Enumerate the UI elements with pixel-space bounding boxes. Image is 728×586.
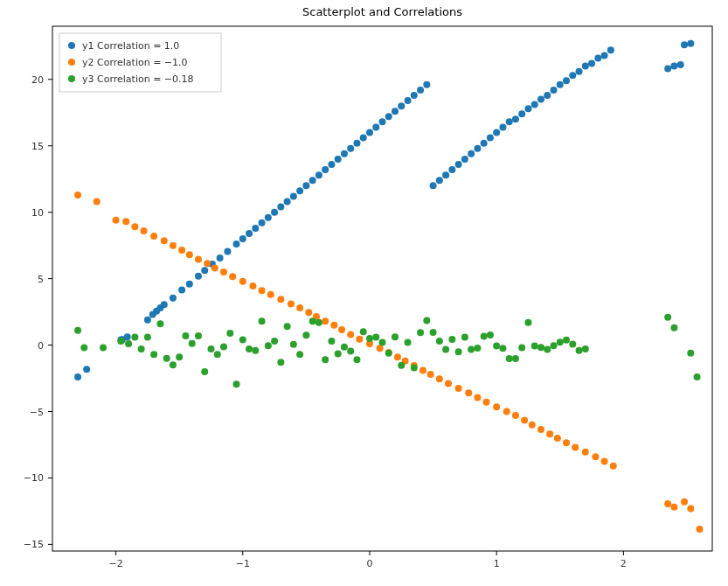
data-point-series0 bbox=[524, 105, 531, 112]
data-point-series2 bbox=[163, 355, 170, 362]
data-point-series1 bbox=[195, 256, 202, 263]
data-point-series0 bbox=[681, 41, 688, 48]
data-point-series2 bbox=[156, 320, 163, 327]
data-point-series0 bbox=[405, 97, 412, 104]
data-point-series0 bbox=[252, 225, 259, 232]
x-tick-label: −2 bbox=[108, 558, 122, 569]
data-point-series1 bbox=[356, 336, 363, 343]
data-point-series0 bbox=[170, 295, 177, 302]
data-point-series0 bbox=[664, 66, 671, 73]
data-point-series1 bbox=[445, 380, 452, 387]
data-point-series0 bbox=[481, 140, 488, 147]
data-point-series0 bbox=[670, 63, 677, 70]
data-point-series0 bbox=[398, 102, 405, 109]
data-point-series1 bbox=[170, 242, 177, 249]
data-point-series2 bbox=[372, 333, 379, 340]
y-tick-label: 10 bbox=[31, 207, 44, 219]
data-point-series2 bbox=[392, 333, 399, 340]
data-point-series1 bbox=[687, 505, 694, 512]
y-tick-label: −5 bbox=[30, 407, 44, 418]
x-tick-label: 1 bbox=[494, 558, 500, 569]
data-point-series0 bbox=[687, 40, 694, 47]
data-point-series0 bbox=[430, 182, 437, 189]
data-point-series0 bbox=[537, 96, 544, 103]
data-point-series1 bbox=[474, 394, 481, 401]
x-tick-label: −1 bbox=[236, 558, 250, 569]
data-point-series0 bbox=[335, 156, 342, 163]
data-point-series0 bbox=[506, 118, 513, 125]
data-point-series0 bbox=[563, 77, 570, 84]
data-point-series2 bbox=[226, 330, 233, 337]
data-point-series0 bbox=[499, 123, 506, 130]
data-point-series2 bbox=[80, 345, 87, 352]
data-point-series2 bbox=[569, 340, 576, 347]
data-point-series2 bbox=[328, 338, 335, 345]
data-point-series0 bbox=[461, 156, 468, 163]
data-point-series1 bbox=[161, 237, 168, 244]
data-point-series0 bbox=[353, 140, 360, 147]
x-tick-label: 2 bbox=[621, 558, 627, 569]
legend-label: y1 Correlation = 1.0 bbox=[82, 40, 179, 52]
data-point-series0 bbox=[442, 171, 449, 178]
data-point-series0 bbox=[551, 87, 558, 94]
data-point-series1 bbox=[239, 278, 246, 285]
data-point-series1 bbox=[74, 192, 81, 199]
y-tick-label: 15 bbox=[31, 141, 44, 152]
data-point-series2 bbox=[290, 341, 297, 348]
plot-border bbox=[52, 26, 712, 551]
data-point-series2 bbox=[664, 314, 671, 321]
data-point-series2 bbox=[201, 368, 208, 375]
data-point-series2 bbox=[557, 338, 564, 345]
data-point-series1 bbox=[546, 430, 553, 437]
data-point-series1 bbox=[204, 260, 211, 267]
data-point-series2 bbox=[398, 362, 405, 369]
data-point-series0 bbox=[607, 46, 614, 53]
data-point-series2 bbox=[411, 364, 418, 371]
data-point-series1 bbox=[267, 291, 274, 298]
data-point-series0 bbox=[302, 182, 309, 189]
data-point-series0 bbox=[569, 72, 576, 79]
data-point-series1 bbox=[537, 426, 544, 433]
data-point-series2 bbox=[246, 345, 253, 352]
data-point-series0 bbox=[74, 373, 81, 380]
data-point-series1 bbox=[670, 504, 677, 511]
data-point-series2 bbox=[220, 343, 227, 350]
data-point-series2 bbox=[309, 317, 316, 324]
data-point-series0 bbox=[217, 255, 224, 262]
data-point-series2 bbox=[379, 339, 386, 346]
data-point-series2 bbox=[493, 342, 500, 349]
x-tick-label: 0 bbox=[366, 558, 372, 569]
data-point-series0 bbox=[161, 301, 168, 308]
data-point-series1 bbox=[288, 300, 295, 307]
data-point-series0 bbox=[341, 150, 348, 157]
data-point-series1 bbox=[493, 403, 500, 410]
data-point-series2 bbox=[296, 351, 303, 358]
data-point-series2 bbox=[385, 350, 392, 357]
data-point-series0 bbox=[322, 166, 329, 173]
data-point-series1 bbox=[394, 353, 401, 360]
data-point-series0 bbox=[178, 287, 185, 294]
data-point-series2 bbox=[207, 345, 214, 352]
data-point-series0 bbox=[493, 129, 500, 136]
data-point-series2 bbox=[214, 351, 221, 358]
data-point-series1 bbox=[259, 287, 266, 294]
data-point-series2 bbox=[468, 346, 475, 353]
data-point-series2 bbox=[252, 347, 259, 354]
data-point-series1 bbox=[572, 444, 579, 451]
data-point-series0 bbox=[436, 177, 443, 184]
data-point-series2 bbox=[182, 332, 189, 339]
data-point-series1 bbox=[377, 345, 384, 352]
data-point-series1 bbox=[249, 283, 256, 290]
data-point-series0 bbox=[468, 150, 475, 157]
data-point-series2 bbox=[265, 342, 272, 349]
data-point-series0 bbox=[328, 161, 335, 168]
data-point-series2 bbox=[694, 373, 701, 380]
data-point-series2 bbox=[531, 343, 538, 350]
data-point-series1 bbox=[229, 273, 236, 280]
data-point-series1 bbox=[554, 435, 561, 442]
data-point-series2 bbox=[176, 353, 183, 360]
data-point-series0 bbox=[233, 241, 240, 248]
data-point-series2 bbox=[100, 345, 107, 352]
data-point-series0 bbox=[518, 110, 525, 117]
data-point-series2 bbox=[442, 345, 449, 352]
